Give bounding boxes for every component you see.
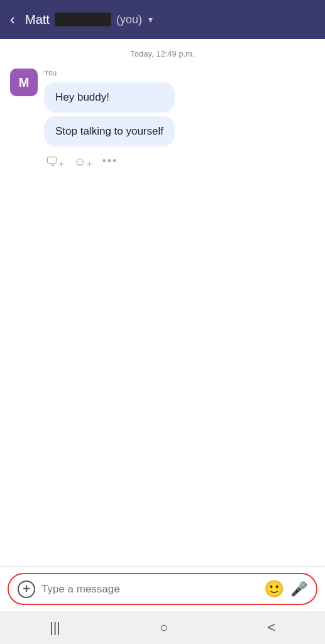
chevron-down-icon[interactable]: ▾	[148, 14, 153, 25]
menu-icon[interactable]: |||	[50, 619, 60, 636]
emoji-picker-icon[interactable]: 🙂	[264, 579, 284, 599]
back-button[interactable]: ‹	[10, 11, 15, 28]
sender-label: You	[44, 69, 175, 77]
emoji-add-icon[interactable]: ☺︎₊	[74, 154, 93, 169]
messages-stack: You Hey buddy! Stop talking to yourself …	[44, 69, 175, 169]
message-input[interactable]	[41, 583, 258, 596]
add-attachment-icon[interactable]: +	[18, 580, 35, 598]
message-bubble-2[interactable]: Stop talking to yourself	[44, 116, 175, 147]
message-bubble-1[interactable]: Hey buddy!	[44, 82, 175, 113]
home-icon[interactable]: ○	[160, 619, 168, 636]
reply-icon[interactable]: 🗨︎₊	[45, 154, 65, 169]
you-label: (you)	[116, 13, 142, 26]
chat-area: Today, 12:49 p.m. M You Hey buddy! Stop …	[0, 39, 325, 566]
header: ‹ Matt (you) ▾	[0, 0, 325, 39]
microphone-icon[interactable]: 🎤	[290, 581, 307, 597]
back-nav-icon[interactable]: <	[267, 619, 275, 636]
reactions-bar: 🗨︎₊ ☺︎₊ •••	[44, 154, 175, 169]
contact-name: Matt	[25, 13, 50, 27]
more-options-icon[interactable]: •••	[102, 155, 118, 168]
bottom-nav: ||| ○ <	[0, 611, 325, 644]
avatar: M	[10, 69, 38, 96]
message-group: M You Hey buddy! Stop talking to yoursel…	[10, 69, 315, 169]
message-input-bar: + 🙂 🎤	[8, 573, 317, 605]
input-area: + 🙂 🎤	[0, 566, 325, 611]
redacted-name	[55, 13, 111, 26]
header-title: Matt (you) ▾	[25, 13, 315, 27]
timestamp: Today, 12:49 p.m.	[10, 49, 315, 58]
